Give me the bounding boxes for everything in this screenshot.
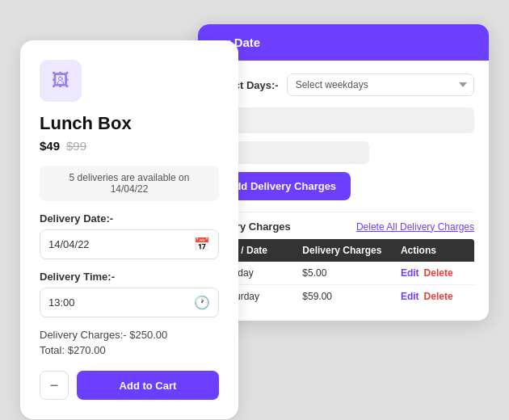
delivery-time-label: Delivery Time:-	[40, 271, 219, 283]
image-icon: 🖼	[52, 70, 69, 91]
calendar-icon: 📅	[194, 237, 210, 252]
table-row: Sunday $5.00 Edit Delete	[212, 262, 474, 285]
select-days-row: Select Days:- Select weekdays	[212, 74, 474, 96]
table-row: Saturday $59.00 Edit Delete	[212, 285, 474, 308]
delivery-modal: ery Date Select Days:- Select weekdays A…	[198, 24, 489, 321]
delivery-time-input[interactable]: 13:00 🕐	[40, 288, 219, 317]
add-to-cart-button[interactable]: Add to Cart	[77, 371, 219, 400]
date-input-field[interactable]	[212, 107, 474, 133]
cart-controls: − Add to Cart	[40, 371, 219, 400]
col-actions: Actions	[401, 245, 466, 256]
modal-header: ery Date	[198, 24, 489, 61]
total-info: Total: $270.00	[40, 344, 219, 356]
row-actions: Edit Delete	[401, 267, 466, 279]
delete-all-link[interactable]: Delete All Delivery Charges	[356, 221, 474, 233]
delivery-date-value: 14/04/22	[48, 238, 194, 250]
price-row: $49 $99	[40, 139, 219, 153]
select-weekdays-dropdown[interactable]: Select weekdays	[287, 74, 474, 96]
delivery-charges-header: elivery Charges Delete All Delivery Char…	[212, 220, 474, 233]
col-delivery-charges: Delivery Charges	[302, 245, 401, 256]
row-charge: $5.00	[302, 267, 401, 279]
delete-link[interactable]: Delete	[424, 267, 453, 279]
delivery-charges-info: Delivery Charges:- $250.00	[40, 329, 219, 341]
edit-link[interactable]: Edit	[401, 267, 419, 279]
delivery-charges-section: elivery Charges Delete All Delivery Char…	[212, 212, 474, 308]
delivery-date-input[interactable]: 14/04/22 📅	[40, 229, 219, 259]
product-card: 🖼 Lunch Box $49 $99 5 deliveries are ava…	[20, 40, 238, 419]
price-old: $99	[66, 139, 86, 153]
qty-minus-button[interactable]: −	[40, 371, 69, 400]
edit-link[interactable]: Edit	[401, 291, 419, 302]
table-header: Day / Date Delivery Charges Actions	[212, 239, 474, 262]
price-current: $49	[40, 139, 60, 153]
delivery-time-value: 13:00	[48, 296, 194, 309]
row-actions: Edit Delete	[401, 291, 466, 302]
product-name: Lunch Box	[40, 113, 219, 134]
delete-link[interactable]: Delete	[424, 291, 453, 302]
delivery-date-label: Delivery Date:-	[40, 212, 219, 225]
product-image: 🖼	[40, 60, 82, 102]
availability-box: 5 deliveries are available on 14/04/22	[40, 166, 219, 201]
time-icon: 🕐	[194, 295, 210, 310]
modal-body: Select Days:- Select weekdays Add Delive…	[198, 61, 489, 321]
row-charge: $59.00	[302, 291, 401, 302]
table-body: Sunday $5.00 Edit Delete Saturday $59.00…	[212, 262, 474, 308]
